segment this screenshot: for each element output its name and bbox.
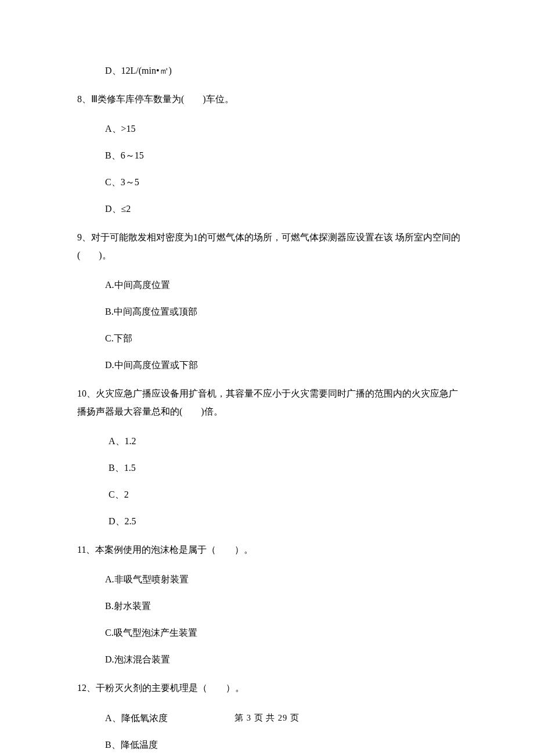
q10-stem: 10、火灾应急广播应设备用扩音机，其容量不应小于火灾需要同时广播的范围内的火灾应… [77,385,464,420]
q8-stem: 8、Ⅲ类修车库停车数量为( )车位。 [77,91,464,108]
q11-option-d: D.泡沫混合装置 [77,653,464,667]
q10-option-c: C、2 [77,488,464,502]
q7-option-d: D、12L/(min•㎡) [77,64,464,78]
q11-option-b: B.射水装置 [77,599,464,613]
q11-option-c: C.吸气型泡沫产生装置 [77,626,464,640]
q12-option-b: B、降低温度 [77,738,464,752]
q11-stem: 11、本案例使用的泡沫枪是属于（ ）。 [77,541,464,559]
q10-option-b: B、1.5 [77,461,464,475]
q11-option-a: A.非吸气型喷射装置 [77,573,464,586]
q10-option-d: D、2.5 [77,514,464,528]
page-footer: 第 3 页 共 29 页 [0,712,534,725]
q12-stem: 12、干粉灭火剂的主要机理是（ ）。 [77,679,464,697]
q9-stem: 9、对于可能散发相对密度为1的可燃气体的场所，可燃气体探测器应设置在该 场所室内… [77,229,464,264]
q8-option-d: D、≤2 [77,202,464,216]
q10-option-a: A、1.2 [77,434,464,448]
q9-option-a: A.中间高度位置 [77,278,464,292]
q9-option-c: C.下部 [77,332,464,345]
document-page: D、12L/(min•㎡) 8、Ⅲ类修车库停车数量为( )车位。 A、>15 B… [0,0,534,756]
q9-option-b: B.中间高度位置或顶部 [77,305,464,319]
q8-option-c: C、3～5 [77,175,464,189]
q8-option-b: B、6～15 [77,149,464,163]
q9-option-d: D.中间高度位置或下部 [77,358,464,372]
q8-option-a: A、>15 [77,122,464,136]
